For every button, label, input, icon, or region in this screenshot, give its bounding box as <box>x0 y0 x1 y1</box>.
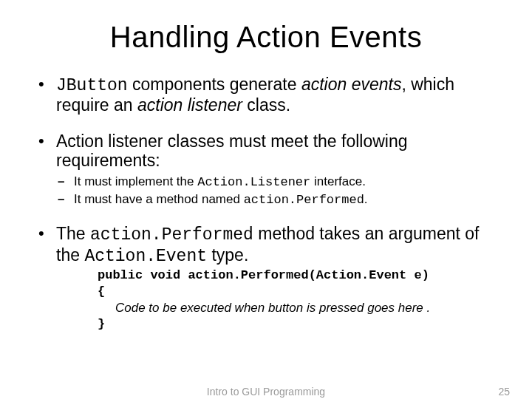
code-actionperformed: action.Performed <box>90 225 253 245</box>
code-comment: Code to be executed when button is press… <box>115 300 497 316</box>
bullet-3: The action.Performed method takes an arg… <box>35 224 497 332</box>
sub-list: It must implement the Action.Listener in… <box>56 174 497 208</box>
code-open-brace: { <box>98 284 497 300</box>
text: It must implement the <box>74 174 197 188</box>
code-block: public void action.Performed(Action.Even… <box>98 267 497 332</box>
text: class. <box>242 95 290 115</box>
code-jbutton: JButton <box>56 76 128 95</box>
bullet-2: Action listener classes must meet the fo… <box>35 132 497 208</box>
footer-title: Intro to GUI Programming <box>0 386 532 398</box>
code-actionperformed: action.Performed <box>244 193 364 207</box>
slide-title: Handling Action Events <box>35 21 497 54</box>
code-actionevent: Action.Event <box>84 247 207 266</box>
text: . <box>364 192 368 206</box>
page-number: 25 <box>498 386 510 398</box>
text: The <box>56 224 90 243</box>
slide: Handling Action Events JButton component… <box>0 0 532 399</box>
code-close-brace: } <box>98 316 497 332</box>
sub-1: It must implement the Action.Listener in… <box>56 174 497 190</box>
text: type. <box>207 245 248 265</box>
em-action-listener: action listener <box>137 95 242 115</box>
text: Action listener classes must meet the fo… <box>56 132 408 170</box>
em-action-events: action events <box>301 75 402 94</box>
code-signature: public void action.Performed(Action.Even… <box>98 267 497 284</box>
sub-2: It must have a method named action.Perfo… <box>56 191 497 208</box>
bullet-1: JButton components generate action event… <box>35 75 497 115</box>
text: components generate <box>128 75 301 94</box>
bullet-list: JButton components generate action event… <box>35 75 497 333</box>
text: interface. <box>310 174 366 188</box>
code-actionlistener: Action.Listener <box>197 175 310 189</box>
text: It must have a method named <box>74 192 244 206</box>
